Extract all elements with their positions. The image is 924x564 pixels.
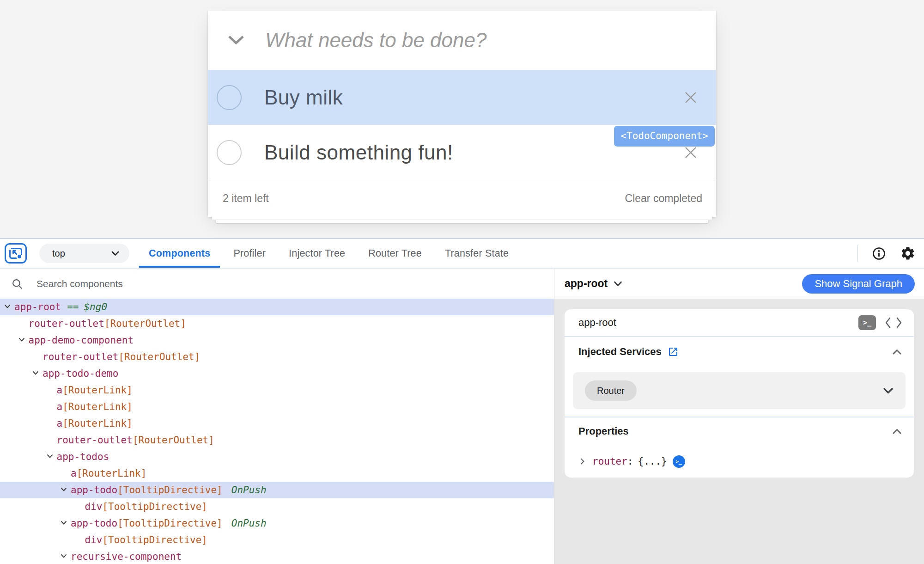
component-tree-node[interactable]: app-todo-demo xyxy=(0,365,554,382)
component-details-card: app-root >_ xyxy=(565,309,914,478)
injected-services-box[interactable]: Router xyxy=(573,372,906,409)
delete-todo-button[interactable] xyxy=(682,144,699,161)
element-name: a xyxy=(71,468,77,479)
gear-icon xyxy=(900,245,916,261)
expand-chevron-icon[interactable] xyxy=(32,371,39,375)
delete-todo-button[interactable] xyxy=(682,89,699,106)
details-body: app-root >_ xyxy=(554,299,924,564)
component-tree-node[interactable]: recursive-component xyxy=(0,548,554,564)
inspect-element-icon xyxy=(9,247,23,259)
collapse-section-chevron-up-icon[interactable] xyxy=(892,349,902,355)
change-detection-badge: OnPush xyxy=(231,484,267,496)
properties-header: Properties xyxy=(565,417,914,445)
component-tree-node[interactable]: app-todo[TooltipDirective] OnPush xyxy=(0,482,554,498)
element-name: router-outlet xyxy=(57,435,133,446)
todo-item-label: Buy milk xyxy=(264,86,343,109)
component-tree-node[interactable]: router-outlet[RouterOutlet] xyxy=(0,432,554,448)
info-icon xyxy=(872,246,886,261)
info-button[interactable] xyxy=(872,246,886,261)
todo-app-card: Buy milk Build something fun! 2 item lef… xyxy=(208,11,716,217)
frame-selector-dropdown[interactable]: top xyxy=(39,244,129,263)
expand-chevron-icon[interactable] xyxy=(61,521,67,525)
details-pane: app-root Show Signal Graph app-root >_ xyxy=(554,269,924,564)
component-tree-node[interactable]: div[TooltipDirective] xyxy=(0,498,554,515)
component-tree-node[interactable]: app-todos xyxy=(0,448,554,465)
element-name: div xyxy=(85,534,103,546)
new-todo-input[interactable] xyxy=(264,28,716,52)
directive-name: [RouterOutlet] xyxy=(133,435,214,446)
stacked-sheet-decoration xyxy=(216,220,708,223)
todo-toggle-checkbox[interactable] xyxy=(217,140,242,165)
close-icon xyxy=(683,145,699,160)
inspect-element-button[interactable] xyxy=(5,243,27,264)
expand-chevron-icon[interactable] xyxy=(4,304,11,309)
element-name: app-todo xyxy=(71,484,117,496)
close-icon xyxy=(683,90,699,105)
items-left-count: 2 item left xyxy=(223,192,269,205)
expand-chevron-icon[interactable] xyxy=(47,454,53,459)
log-to-console-terminal-icon[interactable]: >_ xyxy=(673,455,685,468)
reference-equals: == xyxy=(67,301,79,313)
chevron-down-icon[interactable] xyxy=(883,387,894,394)
expand-chevron-icon[interactable] xyxy=(61,487,67,492)
element-name: a xyxy=(57,418,63,429)
chevron-down-icon xyxy=(227,35,245,45)
devtools-tab-bar: Components Profiler Injector Tree Router… xyxy=(139,239,518,268)
directive-name: [TooltipDirective] xyxy=(102,501,207,512)
tab-injector-tree[interactable]: Injector Tree xyxy=(279,239,355,268)
clear-completed-button[interactable]: Clear completed xyxy=(625,192,702,205)
directive-name: [TooltipDirective] xyxy=(117,484,223,496)
component-tree-node[interactable]: div[TooltipDirective] xyxy=(0,532,554,548)
search-icon xyxy=(11,278,23,290)
card-actions: >_ xyxy=(858,315,903,330)
collapse-section-chevron-up-icon[interactable] xyxy=(892,428,902,435)
component-tree-node[interactable]: a[RouterLink] xyxy=(0,465,554,482)
element-name: a xyxy=(57,385,63,396)
todo-item-label: Build something fun! xyxy=(264,141,453,164)
tab-profiler[interactable]: Profiler xyxy=(224,239,275,268)
breadcrumb-chevron-down-icon[interactable] xyxy=(614,281,622,287)
todo-toggle-checkbox[interactable] xyxy=(217,85,242,110)
tab-components[interactable]: Components xyxy=(139,239,220,268)
property-colon: : xyxy=(627,456,633,467)
component-search-row xyxy=(0,269,554,299)
breadcrumb-component-name: app-root xyxy=(565,277,608,290)
tab-transfer-state[interactable]: Transfer State xyxy=(435,239,518,268)
directive-name: [TooltipDirective] xyxy=(102,534,207,546)
component-highlight-badge: <TodoComponent> xyxy=(614,126,715,147)
expand-chevron-right-icon[interactable] xyxy=(580,458,585,465)
toggle-all-button[interactable] xyxy=(208,35,264,45)
search-components-input[interactable] xyxy=(36,278,554,290)
component-tree-node[interactable]: a[RouterLink] xyxy=(0,382,554,398)
new-todo-row xyxy=(208,11,716,70)
tab-label: Profiler xyxy=(233,248,266,259)
todo-item-row[interactable]: Buy milk xyxy=(208,70,716,125)
show-signal-graph-button[interactable]: Show Signal Graph xyxy=(802,274,915,294)
code-brackets-icon[interactable] xyxy=(884,317,903,329)
component-tree-node[interactable]: app-demo-component xyxy=(0,332,554,349)
directive-name: [RouterLink] xyxy=(62,418,133,429)
tab-label: Injector Tree xyxy=(289,248,345,259)
chevron-down-icon xyxy=(111,251,119,256)
element-name: app-todos xyxy=(57,451,109,462)
card-title-row: app-root >_ xyxy=(565,309,914,336)
element-name: app-todo-demo xyxy=(43,368,118,379)
terminal-icon[interactable]: >_ xyxy=(858,315,876,330)
expand-chevron-icon[interactable] xyxy=(18,337,25,342)
component-tree-node[interactable]: router-outlet[RouterOutlet] xyxy=(0,349,554,365)
property-key: router xyxy=(592,456,627,467)
frame-selector-value: top xyxy=(52,248,65,259)
open-in-new-icon[interactable] xyxy=(668,346,679,357)
tab-router-tree[interactable]: Router Tree xyxy=(359,239,432,268)
toolbar-divider xyxy=(857,245,858,262)
component-tree-node[interactable]: router-outlet[RouterOutlet] xyxy=(0,315,554,332)
element-name: a xyxy=(57,401,63,412)
settings-button[interactable] xyxy=(900,245,916,261)
console-reference: $ng0 xyxy=(84,301,107,313)
component-tree-node[interactable]: a[RouterLink] xyxy=(0,398,554,415)
component-tree-node[interactable]: app-root ==$ng0 xyxy=(0,299,554,315)
component-tree-node[interactable]: app-todo[TooltipDirective] OnPush xyxy=(0,515,554,532)
todo-list: Buy milk Build something fun! xyxy=(208,70,716,180)
component-tree-node[interactable]: a[RouterLink] xyxy=(0,415,554,432)
expand-chevron-icon[interactable] xyxy=(61,554,67,558)
